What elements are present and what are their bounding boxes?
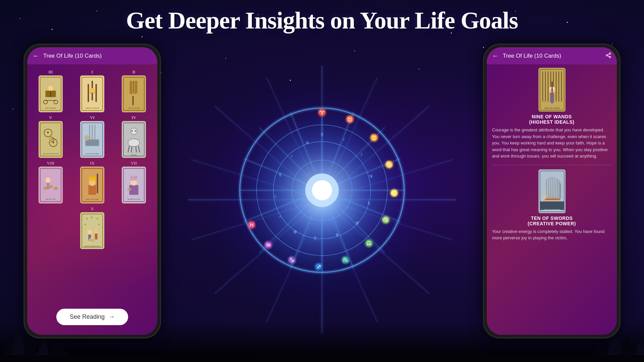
tarot-card-wands1[interactable]: THREE OF WANDS	[80, 75, 104, 112]
tarot-card-ten[interactable]: ✦ ✦ ✦ ✦ ✦	[80, 212, 104, 249]
card-row-2: V ✦ ✦ TWO OF PENTACLES	[30, 115, 155, 158]
tarot-card-queen[interactable]: QUEEN OF CUPS	[122, 167, 146, 203]
left-phone-content: III THE CHARIOT	[27, 64, 157, 335]
back-button-right[interactable]: ←	[492, 52, 499, 60]
position-num-4: IV	[131, 115, 136, 120]
svg-text:QUEEN OF CUPS: QUEEN OF CUPS	[127, 198, 140, 200]
svg-line-190	[560, 184, 561, 199]
svg-point-73	[90, 88, 95, 94]
phone-right-inner: ← Tree Of Life (10 Cards)	[487, 47, 617, 335]
svg-point-118	[44, 187, 48, 190]
phone-right-header: ← Tree Of Life (10 Cards)	[487, 47, 617, 64]
back-button-left[interactable]: ←	[33, 52, 39, 60]
svg-point-150	[87, 230, 92, 235]
card-row-1: III THE CHARIOT	[30, 69, 155, 112]
svg-text:♋: ♋	[385, 161, 393, 168]
tarot-card-death[interactable]: DEATH	[122, 121, 146, 158]
svg-line-189	[560, 182, 560, 199]
svg-text:♌: ♌	[390, 189, 398, 197]
position-num-5: V	[49, 115, 52, 120]
position-num-3: III	[49, 69, 53, 75]
tarot-card-king[interactable]: KING OF WANDS	[80, 167, 104, 203]
svg-text:☽: ☽	[359, 152, 363, 157]
svg-text:♃: ♃	[305, 140, 309, 145]
svg-line-183	[550, 177, 550, 199]
svg-rect-130	[97, 174, 98, 193]
svg-point-106	[131, 130, 133, 132]
tarot-card-cups[interactable]: SIX OF CUPS	[39, 167, 63, 203]
card-position-1: I THREE OF WANDS	[80, 69, 104, 112]
svg-text:☉: ☉	[273, 194, 277, 199]
nine-of-wands-card: NINE OF WANDS	[538, 68, 565, 111]
svg-point-158	[606, 54, 608, 56]
svg-text:✦: ✦	[86, 217, 88, 221]
svg-point-157	[609, 53, 611, 54]
position-num-8: VIII	[47, 161, 54, 166]
svg-text:✦: ✦	[46, 130, 50, 135]
card-subtitle-2: (CREATIVE POWER)	[528, 221, 576, 226]
svg-rect-78	[132, 96, 133, 105]
tarot-card-pentacles[interactable]: ✦ ✦ TWO OF PENTACLES	[39, 121, 63, 158]
svg-point-159	[609, 56, 611, 58]
svg-text:♒: ♒	[265, 241, 272, 249]
svg-text:FOUR OF SWORDS: FOUR OF SWORDS	[85, 153, 99, 155]
svg-rect-174	[551, 93, 553, 103]
svg-point-107	[135, 130, 136, 132]
card-reading-2: TEN OF SWORDS TEN OF SWORDS (CREATIVE PO…	[492, 169, 611, 241]
tarot-card-wands2[interactable]: TEN OF WANDS	[122, 75, 146, 112]
svg-rect-82	[133, 81, 134, 93]
svg-text:✦: ✦	[90, 216, 93, 219]
tarot-card-swords[interactable]: FOUR OF SWORDS	[80, 121, 104, 158]
svg-point-92	[49, 138, 52, 141]
share-icon[interactable]	[605, 52, 611, 60]
phone-right-title: Tree Of Life (10 Cards)	[503, 53, 601, 59]
card-position-2: II	[122, 69, 146, 112]
tarot-card-chariot[interactable]: THE CHARIOT	[39, 75, 63, 112]
svg-text:TWO OF PENTACLES: TWO OF PENTACLES	[43, 153, 59, 155]
card-description-1: Courage is the greatest attribute that y…	[492, 127, 611, 160]
svg-text:♏: ♏	[342, 256, 350, 264]
see-reading-button[interactable]: See Reading →	[56, 309, 128, 325]
card-position-10: X ✦ ✦ ✦ ✦ ✦	[80, 206, 104, 249]
position-num-6: VI	[90, 115, 95, 120]
card-position-4: IV	[122, 115, 146, 158]
arrow-right-icon: →	[109, 313, 115, 320]
svg-text:♓: ♓	[248, 221, 256, 229]
svg-rect-126	[89, 178, 95, 181]
phone-left-header: ← Tree Of Life (10 Cards)	[27, 47, 157, 64]
position-num-2: II	[132, 69, 136, 75]
svg-text:♍: ♍	[382, 216, 390, 224]
svg-line-161	[607, 54, 609, 55]
svg-text:THE CHARIOT: THE CHARIOT	[45, 107, 56, 109]
svg-text:DEATH: DEATH	[131, 154, 137, 156]
card-description-2: Your creative energy is completely stall…	[492, 228, 611, 241]
svg-text:♊: ♊	[370, 134, 378, 141]
svg-rect-136	[130, 178, 137, 181]
card-subtitle-1: (HIGHEST IDEALS)	[529, 119, 575, 125]
ten-of-swords-card: TEN OF SWORDS	[538, 169, 565, 213]
divider-1	[492, 165, 611, 165]
svg-point-62	[48, 86, 53, 91]
svg-text:SIX OF CUPS: SIX OF CUPS	[46, 198, 56, 200]
svg-text:♀: ♀	[290, 154, 294, 159]
svg-text:♎: ♎	[365, 240, 373, 247]
card-position-6: VI FOUR OF S	[80, 115, 104, 158]
svg-text:♄: ♄	[367, 201, 371, 206]
svg-text:TEN OF WANDS: TEN OF WANDS	[128, 107, 140, 109]
see-reading-label: See Reading	[70, 313, 105, 320]
phone-left: ← Tree Of Life (10 Cards) III	[23, 44, 161, 339]
card-name-1: NINE OF WANDS	[532, 114, 572, 119]
position-num-9: IX	[90, 161, 95, 166]
svg-point-108	[128, 139, 140, 146]
svg-line-188	[559, 180, 559, 199]
svg-text:♉: ♉	[346, 116, 354, 123]
card-position-9: IX	[80, 161, 104, 203]
card-position-3: III THE CHARIOT	[39, 69, 63, 112]
svg-point-152	[94, 230, 98, 234]
svg-rect-84	[137, 81, 137, 94]
svg-text:✦: ✦	[98, 223, 100, 226]
svg-rect-124	[88, 185, 96, 195]
svg-point-116	[45, 178, 51, 183]
card-position-5: V ✦ ✦ TWO OF PENTACLES	[39, 115, 63, 158]
svg-text:♀: ♀	[342, 137, 346, 142]
